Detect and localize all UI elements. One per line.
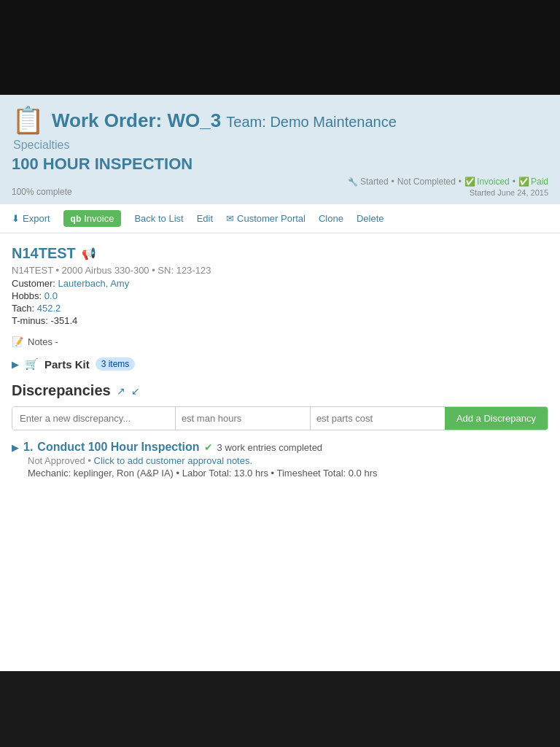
notes-row: 📝 Notes - [12,336,548,347]
work-entries-text: 3 work entries completed [217,442,323,453]
expand-icon[interactable]: ↗ [117,385,125,397]
dot3: • [513,177,516,187]
status-invoiced: ✅ Invoiced [464,177,510,187]
aircraft-name-row: N14TEST 📢 [12,245,548,262]
parts-kit-row: ▶ 🛒 Parts Kit 3 items [12,357,548,371]
specialties-label: Specialties [13,139,548,152]
discrepancies-title: Discrepancies [12,382,111,399]
qb-icon: qb [71,214,82,224]
main-content: N14TEST 📢 N14TEST • 2000 Airbus 330-300 … [0,233,560,671]
tach-value: 452.2 [37,303,61,314]
cart-icon: 🛒 [25,357,39,371]
discrepancy-input-row: Add a Discrepancy [12,406,548,430]
hobbs-row: Hobbs: 0.0 [12,290,548,301]
paid-check-icon: ✅ [518,177,529,187]
started-date: Started June 24, 2015 [470,188,548,197]
status-not-completed: Not Completed [397,177,456,187]
discrepancy-toggle[interactable]: ▶ [12,442,19,453]
parts-kit-label: Parts Kit [44,358,90,371]
discrepancy-item-header: ▶ 1. Conduct 100 Hour Inspection ✔ 3 wor… [12,441,548,454]
aircraft-name: N14TEST [12,245,76,262]
discrepancy-text-input[interactable] [12,407,175,430]
export-icon: ⬇ [12,213,20,224]
delete-button[interactable]: Delete [357,210,384,227]
approval-note: Not Approved • Click to add customer app… [28,455,548,466]
customer-portal-button[interactable]: ✉ Customer Portal [226,210,306,227]
invoiced-check-icon: ✅ [464,177,475,187]
discrepancy-number: 1. [23,441,33,454]
back-to-list-button[interactable]: Back to List [134,210,183,227]
bottom-black-bar [0,671,560,747]
edit-button[interactable]: Edit [197,210,213,227]
dot1: • [392,177,394,187]
tminus-row: T-minus: -351.4 [12,315,548,326]
customer-name[interactable]: Lauterbach, Amy [58,278,130,289]
aircraft-sub: N14TEST • 2000 Airbus 330-300 • SN: 123-… [12,265,548,276]
work-order-title: Work Order: WO_3 Team: Demo Maintenance [52,109,397,132]
inspection-title: 100 HOUR INSPECTION [12,155,548,174]
status-paid: ✅ Paid [518,177,548,187]
work-order-label: Work Order: WO_3 [52,109,221,131]
status-row: 🔧 Started • Not Completed • ✅ Invoiced •… [348,177,548,197]
complete-check-icon: ✔ [204,441,213,453]
discrepancy-item: ▶ 1. Conduct 100 Hour Inspection ✔ 3 wor… [12,441,548,479]
approval-link[interactable]: Click to add customer approval notes. [94,455,253,466]
parts-kit-toggle[interactable]: ▶ [12,359,19,370]
toolbar: ⬇ Export qb Invoice Back to List Edit ✉ … [0,204,560,233]
discrepancy-hours-input[interactable] [175,407,310,430]
discrepancy-cost-input[interactable] [310,407,445,430]
tminus-value: -351.4 [50,315,77,326]
collapse-icon[interactable]: ↙ [131,385,140,397]
export-button[interactable]: ⬇ Export [12,210,50,227]
notes-edit-icon: 📝 [12,336,23,347]
work-order-icon: 📋 [12,105,44,136]
envelope-icon: ✉ [226,213,234,224]
megaphone-icon: 📢 [82,247,96,260]
hobbs-value: 0.0 [44,290,58,301]
clone-button[interactable]: Clone [319,210,343,227]
header-section: 📋 Work Order: WO_3 Team: Demo Maintenanc… [0,95,560,204]
mechanic-note: Mechanic: keplinger, Ron (A&P IA) • Labo… [28,468,548,479]
status-started: 🔧 Started [348,177,389,187]
notes-label: Notes - [28,336,58,347]
complete-percent: 100% complete [12,187,72,197]
parts-kit-badge: 3 items [96,357,136,371]
discrepancies-header: Discrepancies ↗ ↙ [12,382,548,399]
customer-row: Customer: Lauterbach, Amy [12,278,548,289]
top-black-bar [0,0,560,95]
discrepancy-name[interactable]: Conduct 100 Hour Inspection [37,441,199,454]
tach-row: Tach: 452.2 [12,303,548,314]
add-discrepancy-button[interactable]: Add a Discrepancy [445,407,548,430]
team-label: Team: Demo Maintenance [226,114,396,130]
invoice-button[interactable]: qb Invoice [63,210,122,227]
dot2: • [459,177,462,187]
